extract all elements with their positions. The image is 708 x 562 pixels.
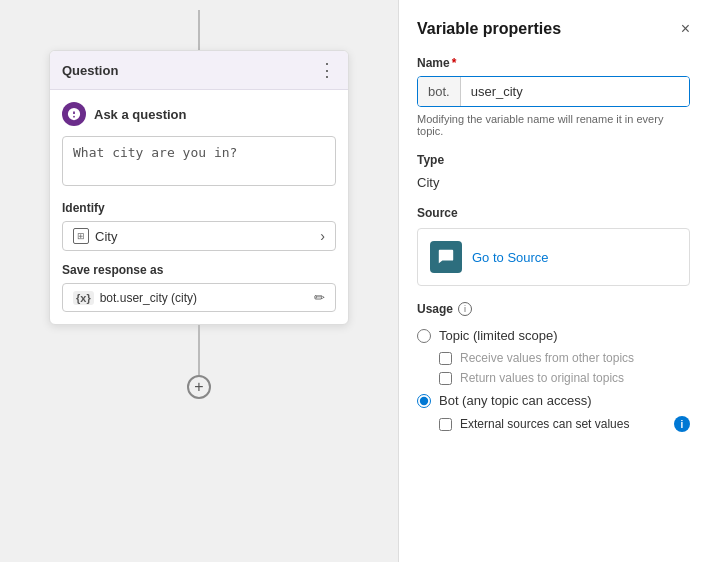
variable-name-input[interactable] [461, 77, 689, 106]
topic-radio-item: Topic (limited scope) [417, 328, 690, 343]
bot-radio-item: Bot (any topic can access) [417, 393, 690, 408]
name-label: Name* [417, 56, 690, 70]
go-to-source-label: Go to Source [472, 250, 549, 265]
usage-header: Usage i [417, 302, 690, 316]
return-values-checkbox[interactable] [439, 372, 452, 385]
question-icon [67, 107, 81, 121]
ask-label: Ask a question [94, 107, 186, 122]
save-response-label: Save response as [62, 263, 336, 277]
variable-icon: {x} [73, 291, 94, 305]
save-response-row: {x} bot.user_city (city) ✏ [62, 283, 336, 312]
name-prefix: bot. [418, 77, 461, 106]
card-header: Question ⋮ [50, 51, 348, 90]
receive-values-label: Receive values from other topics [460, 351, 634, 365]
ext-sources-checkbox[interactable] [439, 418, 452, 431]
usage-info-icon[interactable]: i [458, 302, 472, 316]
receive-values-checkbox[interactable] [439, 352, 452, 365]
card-menu-button[interactable]: ⋮ [318, 61, 336, 79]
connector-line-top [198, 10, 200, 50]
topic-radio[interactable] [417, 329, 431, 343]
type-section-title: Type [417, 153, 690, 167]
name-input-row[interactable]: bot. [417, 76, 690, 107]
add-step-button[interactable]: + [187, 375, 211, 399]
identify-row[interactable]: ⊞ City › [62, 221, 336, 251]
bot-radio-label: Bot (any topic can access) [439, 393, 591, 408]
chat-icon [437, 248, 455, 266]
name-hint: Modifying the variable name will rename … [417, 113, 690, 137]
return-values-checkbox-item: Return values to original topics [439, 371, 690, 385]
edit-icon[interactable]: ✏ [314, 290, 325, 305]
identify-section-label: Identify [62, 201, 336, 215]
close-button[interactable]: × [681, 21, 690, 37]
topic-radio-label: Topic (limited scope) [439, 328, 558, 343]
ask-icon [62, 102, 86, 126]
panel-title: Variable properties [417, 20, 561, 38]
variable-properties-panel: Variable properties × Name* bot. Modifyi… [398, 0, 708, 562]
ext-sources-label: External sources can set values [460, 417, 629, 431]
type-value: City [417, 175, 690, 190]
card-header-title: Question [62, 63, 118, 78]
source-icon [430, 241, 462, 273]
card-body: Ask a question What city are you in? Ide… [50, 90, 348, 324]
canvas-area: Question ⋮ Ask a question What city are … [0, 0, 398, 562]
identify-text: City [95, 229, 117, 244]
ext-sources-row: External sources can set values i [439, 416, 690, 432]
panel-header: Variable properties × [417, 20, 690, 38]
connector-line-bottom [198, 325, 200, 375]
usage-title: Usage [417, 302, 453, 316]
required-star: * [452, 56, 457, 70]
ask-question-row: Ask a question [62, 102, 336, 126]
source-section-title: Source [417, 206, 690, 220]
ext-sources-info-icon[interactable]: i [674, 416, 690, 432]
identify-type-icon: ⊞ [73, 228, 89, 244]
receive-values-checkbox-item: Receive values from other topics [439, 351, 690, 365]
go-to-source-button[interactable]: Go to Source [417, 228, 690, 286]
return-values-label: Return values to original topics [460, 371, 624, 385]
identify-chevron-icon: › [320, 228, 325, 244]
variable-text: bot.user_city (city) [100, 291, 308, 305]
identify-left: ⊞ City [73, 228, 117, 244]
bot-radio[interactable] [417, 394, 431, 408]
question-input[interactable]: What city are you in? [62, 136, 336, 186]
question-card: Question ⋮ Ask a question What city are … [49, 50, 349, 325]
